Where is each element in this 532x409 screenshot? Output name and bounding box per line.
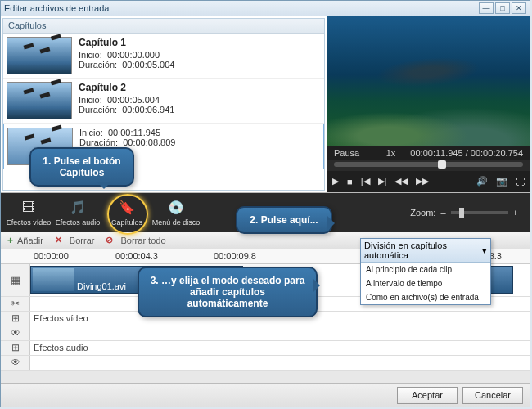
time-current: 00:00:11.945 <box>410 148 462 158</box>
zoom-in-icon[interactable]: + <box>513 208 518 218</box>
audio-fx-toggle-row: 👁 <box>1 356 530 371</box>
chapter-title: Capítulo 1 <box>79 37 174 48</box>
chapter-info: Capítulo 1 Inicio: 00:00:00.000 Duración… <box>79 37 174 74</box>
playback-status: Pausa 1x 00:00:11.945 / 00:00:20.754 <box>327 146 530 160</box>
rewind-icon[interactable]: ◀◀ <box>394 176 408 187</box>
video-fx-toggle-row: 👁 <box>1 326 530 341</box>
dropdown-opt-interval[interactable]: A intervalo de tiempo <box>361 276 490 290</box>
tooltip-step-1: 1. Pulse el botón Capítulos <box>29 147 134 187</box>
audio-fx-row: ⊞ Efectos audio <box>1 341 530 356</box>
disc-menu-button[interactable]: 💿 Menú de disco <box>151 194 201 231</box>
audio-effects-button[interactable]: 🎵 Efectos audio <box>53 194 102 231</box>
stop-icon[interactable]: ■ <box>347 177 353 187</box>
dropdown-opt-each-clip[interactable]: Al principio de cada clip <box>361 263 490 276</box>
zoom-control: Zoom: – + <box>410 208 526 218</box>
chapter-thumbnail <box>7 82 72 119</box>
chevron-down-icon: ▾ <box>482 245 487 256</box>
audio-icon: 🎵 <box>69 199 87 217</box>
video-track-icon: ▦ <box>1 264 30 296</box>
chapter-item[interactable]: Capítulo 1 Inicio: 00:00:00.000 Duración… <box>3 34 324 79</box>
tooltip-step-2: 2. Pulse aquí... <box>236 206 332 234</box>
tooltip-step-3: 3. …y elija el modo deseado para añadir … <box>138 267 318 317</box>
auto-chapter-dropdown: División en capítulos automática ▾ Al pr… <box>360 238 491 305</box>
dialog-footer: Aceptar Cancelar <box>1 383 530 407</box>
zoom-label: Zoom: <box>410 208 435 218</box>
eye-icon[interactable]: 👁 <box>1 326 30 340</box>
scissors-icon[interactable]: ✂ <box>1 297 30 311</box>
chapter-thumbnail <box>7 37 72 74</box>
preview-image <box>327 16 530 146</box>
snapshot-icon[interactable]: 📷 <box>496 176 507 187</box>
playback-controls: ▶ ■ |◀ ▶| ◀◀ ▶▶ 🔊 📷 ⛶ <box>327 171 530 192</box>
minimize-button[interactable]: — <box>479 2 494 14</box>
fullscreen-icon[interactable]: ⛶ <box>516 177 525 187</box>
chapters-header: Capítulos <box>3 19 324 34</box>
chapters-icon: 🔖 <box>118 199 136 217</box>
cancel-button[interactable]: Cancelar <box>462 387 523 404</box>
delete-all-button[interactable]: ⊘ Borrar todo <box>106 235 165 245</box>
volume-icon[interactable]: 🔊 <box>476 176 488 187</box>
app-window: Editar archivos de entrada — □ ✕ Capítul… <box>0 0 530 407</box>
ok-button[interactable]: Aceptar <box>397 387 458 404</box>
dropdown-opt-as-input[interactable]: Como en archivo(s) de entrada <box>361 290 490 304</box>
dropdown-header[interactable]: División en capítulos automática ▾ <box>361 239 490 263</box>
chapters-button[interactable]: 🔖 Capítulos <box>102 194 151 231</box>
chapter-item[interactable]: Capítulo 2 Inicio: 00:00:05.004 Duración… <box>3 79 324 124</box>
speed-label: 1x <box>386 148 396 158</box>
next-icon[interactable]: ▶| <box>378 176 387 187</box>
forward-icon[interactable]: ▶▶ <box>416 176 429 187</box>
zoom-out-icon[interactable]: – <box>440 208 445 218</box>
window-title: Editar archivos de entrada <box>4 3 477 13</box>
preview-panel: Pausa 1x 00:00:11.945 / 00:00:20.754 ▶ ■… <box>327 16 530 192</box>
titlebar: Editar archivos de entrada — □ ✕ <box>1 1 530 16</box>
add-button[interactable]: ＋Añadir <box>6 234 43 246</box>
film-icon: 🎞 <box>20 199 38 217</box>
maximize-button[interactable]: □ <box>495 2 510 14</box>
eye-icon[interactable]: 👁 <box>1 356 30 370</box>
seek-slider[interactable] <box>327 160 530 171</box>
close-button[interactable]: ✕ <box>512 2 526 14</box>
disc-icon: 💿 <box>167 199 185 217</box>
video-effects-button[interactable]: 🎞 Efectos vídeo <box>4 194 53 231</box>
chapter-title: Capítulo 2 <box>79 82 174 93</box>
time-total: 00:00:20.754 <box>471 148 523 158</box>
prev-icon[interactable]: |◀ <box>361 176 370 187</box>
zoom-slider[interactable] <box>451 211 508 214</box>
chapter-info: Capítulo 2 Inicio: 00:00:05.004 Duración… <box>79 82 174 119</box>
pause-label: Pausa <box>334 148 359 158</box>
horizontal-scrollbar[interactable] <box>1 371 530 383</box>
play-icon[interactable]: ▶ <box>332 176 339 187</box>
delete-button[interactable]: ✕ Borrar <box>55 235 95 245</box>
